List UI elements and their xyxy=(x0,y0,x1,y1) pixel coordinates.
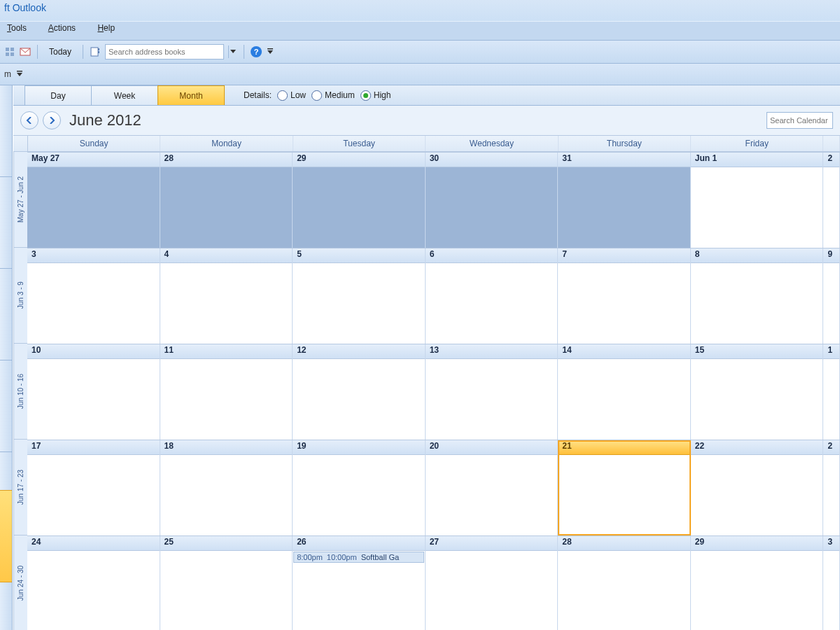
view-tab-month[interactable]: Month xyxy=(158,85,225,105)
day-cell[interactable]: 1 xyxy=(823,344,840,440)
svg-rect-3 xyxy=(10,52,14,56)
detail-medium[interactable]: Medium xyxy=(312,90,355,101)
address-book-search[interactable] xyxy=(105,44,224,59)
day-cell[interactable]: 22 xyxy=(691,440,824,536)
day-cell-body xyxy=(558,167,690,248)
day-cell[interactable]: 4 xyxy=(160,248,293,344)
toolbar2-label: m xyxy=(4,69,11,79)
day-cell[interactable]: 28 xyxy=(558,536,691,630)
day-cell-header: 22 xyxy=(691,440,823,455)
day-cell-body xyxy=(426,263,558,344)
week-row: 2425268:00pm10:00pmSoftball Ga2728293 xyxy=(27,536,840,630)
svg-rect-8 xyxy=(267,48,273,50)
day-cell[interactable]: 2 xyxy=(823,153,840,248)
menu-help[interactable]: Help xyxy=(97,23,125,33)
week-label[interactable]: Jun 17 - 23 xyxy=(13,440,27,536)
toolbar-icon-2[interactable] xyxy=(20,46,31,57)
day-cell[interactable]: Jun 1 xyxy=(691,153,824,248)
day-cell-header: 28 xyxy=(558,536,690,551)
day-cell[interactable]: 7 xyxy=(558,248,691,344)
day-cell-header: 10 xyxy=(27,344,160,359)
day-cell[interactable]: 5 xyxy=(293,248,426,344)
calendar-event[interactable]: 8:00pm10:00pmSoftball Ga xyxy=(293,552,424,563)
app-title: ft Outlook xyxy=(4,2,46,13)
day-cell[interactable]: 15 xyxy=(691,344,824,440)
svg-rect-1 xyxy=(10,48,14,51)
day-cell[interactable]: 268:00pm10:00pmSoftball Ga xyxy=(293,536,426,630)
next-month-button[interactable] xyxy=(43,111,61,130)
week-label[interactable]: Jun 24 - 30 xyxy=(13,536,27,630)
day-of-week-header: SundayMondayTuesdayWednesdayThursdayFrid… xyxy=(13,136,840,152)
day-cell[interactable]: 24 xyxy=(27,536,160,630)
day-cell-body xyxy=(426,359,558,440)
day-cell[interactable]: 28 xyxy=(160,153,293,248)
day-cell[interactable]: 20 xyxy=(426,440,559,536)
day-cell[interactable]: 31 xyxy=(558,153,691,248)
view-tab-day[interactable]: Day xyxy=(24,85,92,105)
dow-friday: Friday xyxy=(691,136,823,151)
day-cell[interactable]: 29 xyxy=(691,536,824,630)
menu-actions[interactable]: Actions xyxy=(48,23,85,33)
detail-high[interactable]: High xyxy=(360,90,391,101)
help-icon[interactable]: ? xyxy=(251,46,262,57)
day-cell-header: 29 xyxy=(691,536,823,551)
day-cell[interactable]: 14 xyxy=(558,344,691,440)
day-cell[interactable]: 3 xyxy=(823,536,840,630)
week-label[interactable]: Jun 10 - 16 xyxy=(13,344,27,440)
view-selector-row: Day Week Month Details: Low Medium High xyxy=(13,85,840,106)
day-cell[interactable]: 19 xyxy=(293,440,426,536)
day-cell[interactable]: 18 xyxy=(160,440,293,536)
day-cell[interactable]: 2 xyxy=(823,440,840,536)
month-header: June 2012 xyxy=(13,106,840,136)
search-dropdown[interactable] xyxy=(228,46,237,58)
view-tab-week[interactable]: Week xyxy=(91,85,158,105)
day-cell[interactable]: 30 xyxy=(426,153,559,248)
day-cell[interactable]: 17 xyxy=(27,440,160,536)
month-grid: May 27 - Jun 2Jun 3 - 9Jun 10 - 16Jun 17… xyxy=(13,152,840,630)
day-cell[interactable]: 9 xyxy=(823,248,840,344)
day-cell[interactable]: 25 xyxy=(160,536,293,630)
search-calendar-input[interactable] xyxy=(766,112,833,129)
week-row: 1718192021222 xyxy=(27,440,840,536)
day-cell-body xyxy=(426,455,558,536)
day-cell-body xyxy=(691,455,823,536)
day-cell[interactable]: 13 xyxy=(426,344,559,440)
day-cell-header: 12 xyxy=(293,344,425,359)
day-cell-header: Jun 1 xyxy=(691,153,823,167)
week-label[interactable]: May 27 - Jun 2 xyxy=(13,152,27,248)
navigation-pane-collapsed[interactable] xyxy=(0,85,13,630)
toolbar-icon-1[interactable] xyxy=(4,46,15,57)
day-cell-body xyxy=(823,359,839,440)
week-label[interactable]: Jun 3 - 9 xyxy=(13,248,27,344)
dow-tuesday: Tuesday xyxy=(293,136,426,151)
day-cell[interactable]: 12 xyxy=(293,344,426,440)
day-cell-header: 4 xyxy=(160,248,293,263)
day-cell[interactable]: 29 xyxy=(293,153,426,248)
day-cell-header: 13 xyxy=(426,344,558,359)
day-cell[interactable]: 10 xyxy=(27,344,160,440)
day-cell[interactable]: 8 xyxy=(691,248,824,344)
day-cell[interactable]: 3 xyxy=(27,248,160,344)
day-cell-header: 26 xyxy=(293,536,425,551)
day-cell[interactable]: 11 xyxy=(160,344,293,440)
toolbar-overflow[interactable] xyxy=(266,46,274,58)
details-group: Details: Low Medium High xyxy=(244,85,391,105)
prev-month-button[interactable] xyxy=(20,111,38,130)
today-button[interactable]: Today xyxy=(44,45,76,59)
day-cell-header: 14 xyxy=(558,344,690,359)
day-cell-header: 20 xyxy=(426,440,558,455)
dow-thursday: Thursday xyxy=(559,136,691,151)
detail-low[interactable]: Low xyxy=(277,90,306,101)
toolbar2-overflow[interactable] xyxy=(15,68,24,80)
day-cell-body xyxy=(160,167,293,248)
day-cell[interactable]: May 27 xyxy=(27,153,160,248)
address-book-icon[interactable] xyxy=(90,46,101,57)
day-cell-header: 30 xyxy=(426,153,558,167)
day-cell-body xyxy=(558,551,690,630)
day-cell[interactable]: 21 xyxy=(558,440,691,536)
day-cell[interactable]: 27 xyxy=(426,536,559,630)
separator xyxy=(83,45,83,59)
day-cell[interactable]: 6 xyxy=(426,248,559,344)
day-cell-header: 11 xyxy=(160,344,293,359)
menu-tools[interactable]: Tools xyxy=(7,23,36,33)
